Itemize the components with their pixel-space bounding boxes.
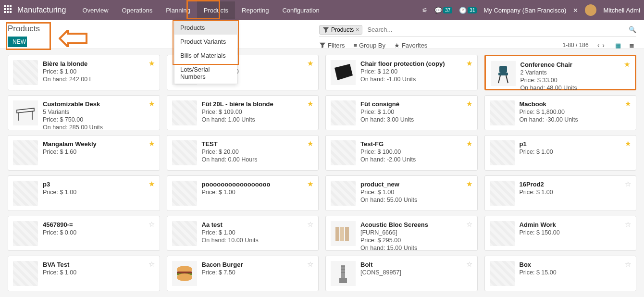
product-card[interactable]: 16Prod2Price: $ 1.00☆ (484, 175, 637, 211)
product-card[interactable]: Admin WorkPrice: $ 150.00☆ (484, 216, 637, 251)
product-card[interactable]: Fût consignéPrice: $ 1.00On hand: 3.00 U… (325, 95, 478, 131)
activity-button[interactable]: 🕐 31 (459, 7, 477, 14)
star-icon[interactable]: ★ (466, 139, 472, 148)
barcode-icon[interactable]: ⚟ (422, 7, 428, 14)
star-icon[interactable]: ★ (149, 180, 155, 188)
nav-operations[interactable]: Operations (115, 1, 160, 19)
product-name: TEST (202, 140, 314, 148)
product-card[interactable]: BoxPrice: $ 15.00☆ (484, 256, 637, 291)
star-icon[interactable]: ★ (149, 139, 155, 148)
new-button[interactable]: NEW (8, 37, 27, 47)
page-next-icon[interactable]: › (602, 41, 605, 49)
svg-rect-7 (340, 227, 344, 241)
star-icon[interactable]: ★ (466, 180, 472, 188)
nav-configuration[interactable]: Configuration (275, 1, 326, 19)
product-card[interactable]: Test-FGPrice: $ 100.00On hand: -2.00 Uni… (325, 135, 478, 171)
search-input[interactable] (365, 24, 626, 35)
product-card[interactable]: Aa testPrice: $ 1.00On hand: 10.00 Units… (167, 216, 319, 251)
view-kanban-button[interactable]: ▦ (613, 40, 623, 50)
product-card[interactable]: p1Price: $ 1.00★ (484, 135, 637, 171)
svg-rect-6 (335, 227, 339, 241)
dropdown-item-lots-serial-numbers[interactable]: Lots/Serial Numbers (174, 62, 237, 84)
star-icon[interactable]: ★ (307, 99, 313, 108)
product-card[interactable]: p3Price: $ 1.00★ (8, 175, 160, 211)
favorites-button[interactable]: ★ Favorites (394, 42, 427, 49)
product-card[interactable]: Bacon BurgerPrice: $ 7.50☆ (167, 256, 319, 291)
filters-button[interactable]: Filters (319, 42, 345, 49)
star-icon[interactable]: ★ (149, 59, 155, 68)
group-by-button[interactable]: ≡ Group By (353, 42, 385, 49)
pager[interactable]: 1-80 / 186 (563, 42, 589, 49)
star-icon[interactable]: ★ (307, 180, 313, 188)
star-icon[interactable]: ★ (307, 139, 313, 148)
product-name: Aa test (202, 221, 314, 228)
dropdown-item-bills-of-materials[interactable]: Bills of Materials (174, 49, 237, 62)
product-price: Price: $ 1.60 (43, 148, 155, 155)
dropdown-item-product-variants[interactable]: Product Variants (174, 35, 237, 49)
nav-reporting[interactable]: Reporting (235, 1, 275, 19)
chip-remove-icon[interactable]: × (356, 26, 359, 33)
product-card[interactable]: Acoustic Bloc Screens[FURN_6666]Price: $… (325, 216, 478, 251)
topbar-right: ⚟ 💬 37 🕐 31 My Company (San Francisco) ✕… (422, 4, 640, 16)
dropdown-item-products[interactable]: Products (174, 21, 237, 35)
product-card[interactable]: Bière la blondePrice: $ 1.00On hand: 242… (8, 55, 160, 90)
star-icon[interactable]: ★ (466, 99, 472, 108)
funnel-icon (322, 26, 329, 33)
star-icon[interactable]: ★ (466, 59, 472, 68)
nav-products[interactable]: Products (197, 1, 235, 19)
product-card[interactable]: Bolt[CONS_89957]☆ (325, 256, 478, 291)
star-icon[interactable]: ★ (624, 60, 630, 69)
tools-icon[interactable]: ✕ (573, 7, 578, 14)
star-icon[interactable]: ☆ (625, 260, 631, 269)
product-card[interactable]: TESTPrice: $ 20.00On hand: 0.00 Hours★ (167, 135, 319, 171)
product-card[interactable]: BVA TestPrice: $ 1.00☆ (8, 256, 160, 291)
product-card[interactable]: 4567890-=Price: $ 0.00☆ (8, 216, 160, 251)
product-card[interactable]: poooooooooooooooooPrice: $ 1.00★ (167, 175, 319, 211)
star-icon[interactable]: ☆ (625, 180, 631, 188)
products-dropdown: ProductsProduct VariantsBills of Materia… (174, 20, 237, 84)
product-card[interactable]: Customizable Desk5 VariantsPrice: $ 750.… (8, 95, 160, 131)
avatar[interactable] (585, 4, 596, 16)
star-icon[interactable]: ☆ (307, 260, 313, 269)
star-icon[interactable]: ☆ (466, 260, 472, 269)
view-list-button[interactable]: ≣ (627, 40, 636, 50)
product-name: Macbook (520, 100, 632, 108)
product-card[interactable]: product_newPrice: $ 1.00On hand: 55.00 U… (325, 175, 478, 211)
page-title: Products (8, 24, 40, 34)
star-icon[interactable]: ☆ (149, 260, 155, 269)
product-thumb (13, 261, 38, 286)
nav-planning[interactable]: Planning (159, 1, 197, 19)
chat-icon: 💬 (434, 7, 442, 14)
messages-badge: 37 (443, 7, 452, 13)
product-card[interactable]: Chair floor protection (copy)Price: $ 12… (325, 55, 478, 90)
product-card[interactable]: Conference Chair2 VariantsPrice: $ 33.00… (484, 55, 637, 90)
product-thumb (172, 140, 197, 165)
product-price: Price: $ 1.00 (360, 189, 472, 196)
star-icon[interactable]: ★ (625, 139, 631, 148)
messages-button[interactable]: 💬 37 (434, 7, 452, 14)
nav-overview[interactable]: Overview (75, 1, 115, 19)
search-chip-products[interactable]: Products × (319, 25, 362, 35)
page-prev-icon[interactable]: ‹ (597, 41, 600, 49)
star-icon[interactable]: ☆ (625, 220, 631, 229)
funnel-icon (319, 42, 326, 49)
star-icon[interactable]: ☆ (466, 220, 472, 229)
product-name: Admin Work (520, 221, 632, 228)
star-icon[interactable]: ★ (149, 99, 155, 108)
product-price: Price: $ 1.00 (520, 148, 632, 155)
company-switcher[interactable]: My Company (San Francisco) (483, 7, 566, 14)
apps-icon[interactable] (4, 5, 13, 15)
product-card[interactable]: MacbookPrice: $ 1,800.00On hand: -30.00 … (484, 95, 637, 131)
layers-icon: ≡ (353, 42, 357, 49)
user-name[interactable]: Mitchell Admi (603, 7, 640, 14)
product-thumb (491, 61, 516, 86)
star-icon[interactable]: ☆ (149, 220, 155, 229)
star-icon[interactable]: ☆ (307, 220, 313, 229)
product-card[interactable]: Mangalam WeeklyPrice: $ 1.60★ (8, 135, 160, 171)
product-price: Price: $ 1.00 (43, 68, 155, 75)
search-icon[interactable]: 🔍 (629, 26, 636, 33)
product-card[interactable]: Fût 20L - bière la blondePrice: $ 109.00… (167, 95, 319, 131)
star-icon[interactable]: ★ (625, 99, 631, 108)
product-name: Bière la blonde (43, 60, 155, 67)
star-icon[interactable]: ★ (307, 59, 313, 68)
